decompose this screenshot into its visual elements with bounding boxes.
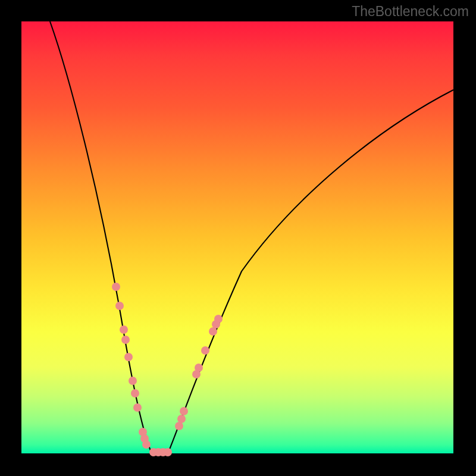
data-point bbox=[175, 422, 183, 430]
chart-overlay-svg bbox=[21, 21, 453, 453]
data-point bbox=[214, 315, 223, 323]
data-point bbox=[195, 364, 203, 372]
watermark-text: TheBottleneck.com bbox=[352, 4, 469, 20]
bottleneck-curve bbox=[50, 21, 453, 453]
data-point bbox=[129, 377, 137, 385]
data-point bbox=[131, 389, 139, 397]
data-point bbox=[121, 336, 130, 344]
data-point bbox=[201, 346, 209, 355]
data-point bbox=[124, 353, 133, 361]
data-point bbox=[180, 407, 188, 415]
data-point bbox=[133, 403, 142, 412]
data-point bbox=[120, 325, 128, 334]
chart-frame: TheBottleneck.com bbox=[0, 0, 476, 476]
data-point bbox=[177, 415, 186, 423]
data-point bbox=[164, 448, 172, 456]
data-point bbox=[142, 440, 151, 449]
data-point bbox=[112, 283, 120, 291]
data-point bbox=[115, 302, 124, 310]
data-point bbox=[209, 327, 217, 336]
